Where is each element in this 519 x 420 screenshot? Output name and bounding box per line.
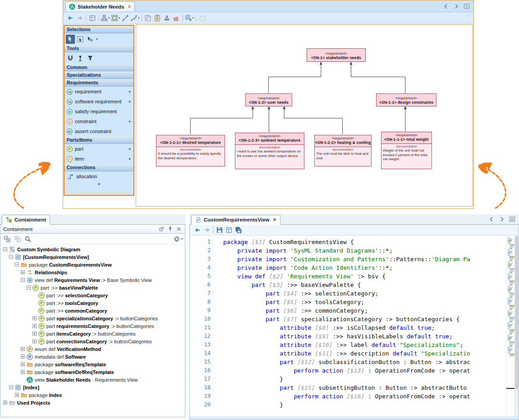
expand-icon[interactable]: + [21,362,25,366]
tree-item-toolscategory[interactable]: Ppart :>> toolsCategory [0,299,185,307]
paste-button[interactable] [153,13,162,23]
expand-icon[interactable]: + [15,393,19,397]
expand-icon[interactable]: + [32,339,37,343]
tree-item-softwarereqtemplate[interactable]: +package softwareReqTemplate [0,360,185,368]
tab-customrequirementsview[interactable]: CustomRequirementsView × [191,215,280,225]
containment-edge[interactable] [351,62,405,93]
editor-list-button[interactable] [507,215,517,224]
layout-button[interactable]: ▾ [110,13,121,23]
tree-item-used-projects[interactable]: +Used Projects [0,399,185,406]
save-button[interactable] [215,225,224,235]
show-diagram-button[interactable] [87,13,97,23]
expand-icon[interactable]: + [32,332,37,336]
tree-item-customrequirementsview[interactable]: −package CustomRequirementsView [0,261,185,268]
expand-icon[interactable]: + [21,355,25,359]
chevron-down-icon[interactable]: ▼ [128,120,131,123]
tree-item-stakeholder-needs[interactable]: view Stakeholder Needs : Requirements Vi… [0,376,185,383]
expand-icon[interactable]: + [32,316,37,320]
tree-item-softwaredefreqtemplate[interactable]: +package softwareDefReqTemplate [0,368,185,376]
vertical-scrollbar[interactable] [514,235,519,416]
expand-all-button[interactable] [13,234,22,244]
tree-item-customrequirementsview[interactable]: −[CustomRequirementsView] [0,253,185,261]
palette-section-selections[interactable]: Selections [64,26,133,33]
tree-item-requirements-view[interactable]: −view def Requirements View :> Base Symb… [0,276,185,284]
palette-item-part[interactable]: Ppart▼ [64,144,133,154]
requirement-node-sn121[interactable]: «requirement»<SN-1-2-1> desired temperat… [156,135,225,166]
collapse-icon[interactable]: − [15,263,19,267]
collapse-all-button[interactable] [2,234,12,244]
expand-icon[interactable]: + [32,324,37,328]
requirement-node-sn11[interactable]: «requirement»<SN-1-1> design constraints [376,93,436,106]
collapse-icon[interactable]: − [9,255,13,259]
previous-diagram-button[interactable] [441,1,450,11]
back-button[interactable] [65,13,75,23]
tree-item-custom-symbolic-diagram[interactable]: −Custom Symbolic Diagram [0,245,185,253]
show-diagram-button[interactable] [224,225,234,235]
expand-icon[interactable]: + [21,270,25,274]
close-panel-button[interactable] [175,226,182,233]
tree-item-itemscategory[interactable]: +Ppart itemsCategory :> buttonCategories [0,330,185,337]
box-select-tool-button[interactable] [76,35,85,44]
palette-item-software-requirement[interactable]: rqsoftware requirement▼ [64,97,133,106]
containment-edge[interactable] [268,62,321,93]
palette-scroll-down[interactable]: ▼ [64,181,133,187]
settings-button[interactable]: ▾ [173,234,183,244]
tree-item-software[interactable]: +Mmetadata def Software [0,353,185,360]
expand-icon[interactable]: + [21,347,25,351]
next-diagram-button[interactable] [451,1,461,11]
tree-item-connectionscategory[interactable]: +Ppart connectionsCategory :> buttonCate… [0,337,185,345]
code-editor[interactable]: 1234567891011121314151617181920 package … [189,235,519,416]
stamp-button[interactable] [162,13,172,23]
chevron-down-icon[interactable]: ▾ [96,37,98,41]
tree-item-index[interactable]: −[Index] [0,383,185,391]
palette-section-connections[interactable]: Connections [64,164,133,171]
erase-button[interactable] [172,13,181,23]
palette-section-parts-items[interactable]: Parts/Items [64,136,133,144]
anchor-tool-button[interactable] [76,54,85,63]
vertical-scrollbar-thumb[interactable] [515,236,518,389]
forward-button[interactable] [75,13,84,23]
copy-button[interactable] [143,13,153,23]
collapse-icon[interactable]: − [3,247,7,251]
requirement-node-sn111[interactable]: «requirement»<SN-1-1-1> total weightdocu… [381,132,432,169]
requirement-node-sn12[interactable]: «requirement»<SN-1-2> user needs [245,93,292,106]
chevron-down-icon[interactable]: ▼ [128,157,131,161]
expand-icon[interactable]: + [21,370,25,374]
requirement-node-sn1[interactable]: «requirement»<SN-1> stakeholder needs [307,48,366,62]
tree-item-verificationmethod[interactable]: +Eenum def VerificationMethod [0,345,185,353]
diagram-list-button[interactable] [462,1,471,11]
tree-item-relationships[interactable]: +Relationships [0,268,185,276]
tree-item-specializationscategory[interactable]: +Ppart specializationsCategory :> button… [0,314,185,322]
magnet-tool-button[interactable] [66,54,75,63]
palette-item-satisfy-requirement[interactable]: srsatisfy requirement [64,106,133,116]
tree-item-commoncategory[interactable]: Ppart :>> commonCategory [0,307,185,314]
palette-item-assert-constraint[interactable]: acassert constraint [64,126,133,136]
tree-item-index[interactable]: +package Index [0,391,185,399]
editor-minimap[interactable] [506,235,514,416]
palette-item-allocation[interactable]: allocation [64,171,133,181]
save-all-button[interactable] [234,225,243,235]
related-elements-button[interactable]: ▾ [100,13,110,23]
palette-section-requirements[interactable]: Requirements [64,79,133,87]
next-editor-button[interactable] [497,215,506,224]
palette-item-item[interactable]: iitem▼ [64,154,133,164]
palette-item-constraint[interactable]: cconstraint▼ [64,116,133,126]
line-style-button[interactable] [120,13,130,23]
filter-tool-button[interactable] [86,54,95,63]
tab-containment[interactable]: Containment [2,215,50,225]
search-button[interactable] [23,234,32,244]
close-tab-icon[interactable]: × [128,4,131,9]
group-select-tool-button[interactable] [86,35,95,44]
chevron-down-icon[interactable]: ▼ [128,148,131,151]
tree-item-requirementscategory[interactable]: +Ppart requirementsCategory :> buttonCat… [0,322,185,330]
tree-item-baseviewpalette[interactable]: −Ppart :>> baseViewPalette [0,284,185,291]
tree-item-selectioncategory[interactable]: Ppart :>> selectionCategory [0,291,185,299]
path-style-button[interactable]: ▾ [130,13,140,23]
collapse-icon[interactable]: − [21,278,25,282]
collapse-icon[interactable]: − [9,385,13,389]
show-elements-button[interactable]: ▾ [184,13,195,23]
requirement-node-sn122[interactable]: «requirement»<SN-1-2-2> heating & coolin… [314,135,372,166]
palette-section-common[interactable]: Common [64,64,133,71]
chevron-down-icon[interactable]: ▼ [128,90,131,93]
window-mode-button[interactable] [197,13,207,23]
